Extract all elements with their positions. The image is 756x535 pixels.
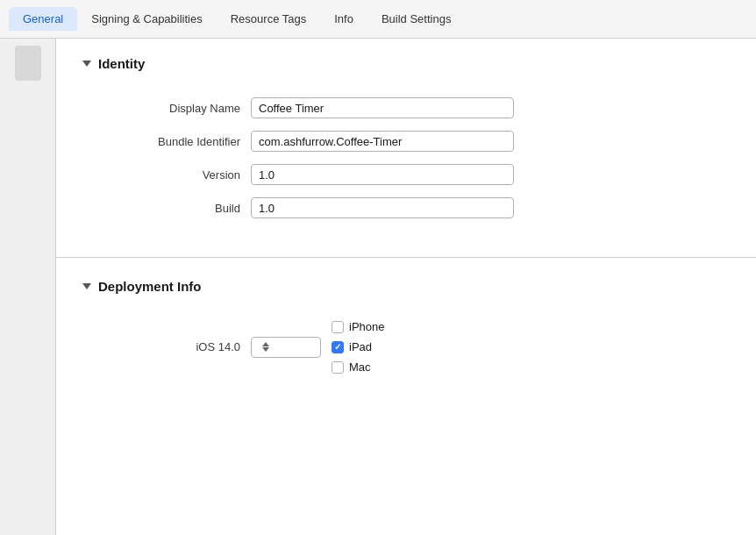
deployment-section: Deployment Info iOS 14.0 [56,279,756,374]
stepper-down-arrow[interactable] [262,347,269,352]
ios-version-label: iOS 14.0 [100,340,240,353]
tab-resource-tags[interactable]: Resource Tags [217,7,320,31]
main-panel: Identity Display Name Bundle Identifier … [56,39,756,535]
tab-build-settings[interactable]: Build Settings [367,7,466,31]
ipad-checkbox[interactable]: ✓ [332,341,344,353]
display-name-input[interactable] [251,97,514,118]
ipad-checkbox-row: ✓ iPad [332,340,384,353]
sidebar-scroll-indicator [15,46,41,81]
ios-version-stepper-container [251,337,321,358]
build-input[interactable] [251,197,514,218]
sidebar [0,39,56,535]
version-label: Version [100,168,240,182]
display-name-label: Display Name [100,102,240,115]
deployment-section-header: Deployment Info [82,279,730,303]
ipad-checkmark: ✓ [334,343,341,352]
device-checkboxes: iPhone ✓ iPad Mac [332,320,384,374]
build-row: Build [100,197,730,218]
stepper-up-arrow[interactable] [262,342,269,346]
tab-signing[interactable]: Signing & Capabilities [77,7,216,31]
iphone-checkbox-row: iPhone [332,320,384,333]
build-label: Build [100,202,240,215]
tab-general[interactable]: General [9,7,77,31]
display-name-row: Display Name [100,97,730,118]
tab-info[interactable]: Info [320,7,367,31]
ipad-label: iPad [349,340,372,353]
deployment-disclosure-arrow[interactable] [82,283,91,289]
version-input[interactable] [251,164,514,185]
deployment-section-title: Deployment Info [98,279,202,294]
mac-checkbox-row: Mac [332,360,384,374]
identity-disclosure-arrow[interactable] [82,61,91,67]
tab-bar: General Signing & Capabilities Resource … [0,0,756,39]
bundle-id-label: Bundle Identifier [100,135,240,148]
deployment-form: iOS 14.0 iPhone [82,320,730,374]
ios-version-stepper[interactable] [262,342,269,352]
version-row: Version [100,164,730,185]
section-divider [56,257,756,258]
identity-section: Identity Display Name Bundle Identifier … [56,56,756,236]
identity-form: Display Name Bundle Identifier Version B… [82,97,730,218]
mac-label: Mac [349,360,371,374]
iphone-checkbox[interactable] [332,321,344,333]
mac-checkbox[interactable] [332,361,344,374]
bundle-id-input[interactable] [251,131,514,152]
iphone-label: iPhone [349,320,384,333]
identity-section-header: Identity [82,56,730,80]
bundle-id-row: Bundle Identifier [100,131,730,152]
content-area: Identity Display Name Bundle Identifier … [0,39,756,535]
identity-section-title: Identity [98,56,145,71]
ios-version-row: iOS 14.0 iPhone [100,320,730,374]
